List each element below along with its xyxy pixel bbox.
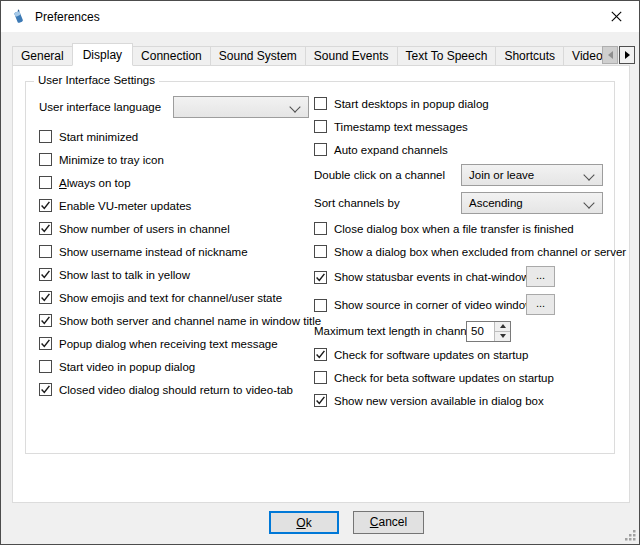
down-arrow-icon: [500, 334, 506, 338]
check-icon: [315, 272, 326, 283]
tab-scroll-right-button[interactable]: [619, 46, 635, 64]
checkbox-show-emojis-and-text-for-channel-user-state[interactable]: [39, 291, 52, 304]
spin-up-button[interactable]: [495, 322, 510, 332]
checkbox-label: Minimize to tray icon: [59, 154, 164, 166]
combo-row-double-click-on-a-channel: Double click on a channelJoin or leave: [314, 161, 614, 189]
checkbox-check-for-beta-software-updates-on-startup[interactable]: [314, 371, 327, 384]
check-icon: [40, 223, 51, 234]
tab-label: Display: [83, 48, 122, 62]
check-icon: [315, 349, 326, 360]
ok-button[interactable]: Ok: [269, 511, 339, 534]
check-icon: [40, 315, 51, 326]
checkbox-show-statusbar-events-in-chat-window[interactable]: [314, 271, 327, 284]
checkbox-check-for-software-updates-on-startup[interactable]: [314, 348, 327, 361]
tab-sound-system[interactable]: Sound System: [210, 46, 306, 66]
checkbox-label: Start desktops in popup dialog: [334, 98, 489, 110]
checkbox-label: Enable VU-meter updates: [59, 200, 191, 212]
cancel-button[interactable]: Cancel: [353, 511, 424, 534]
checkbox-label: Check for software updates on startup: [334, 349, 528, 361]
checkbox-timestamp-text-messages[interactable]: [314, 120, 327, 133]
checkbox-row-start-minimized: Start minimized: [39, 125, 315, 148]
checkbox-show-both-server-and-channel-name-in-window-title[interactable]: [39, 314, 52, 327]
dropdown[interactable]: Ascending: [461, 192, 603, 214]
dropdown[interactable]: Join or leave: [461, 164, 603, 186]
checkbox-label: Show username instead of nickname: [59, 246, 248, 258]
resize-grip[interactable]: [624, 529, 637, 542]
checkbox-always-on-top[interactable]: [39, 176, 52, 189]
check-icon: [40, 269, 51, 280]
checkbox-popup-dialog-when-receiving-text-message[interactable]: [39, 337, 52, 350]
checkbox-show-new-version-available-in-dialog-box[interactable]: [314, 394, 327, 407]
tab-video[interactable]: Video: [563, 46, 602, 66]
combo-label: Sort channels by: [314, 197, 461, 209]
checkbox-label: Close dialog box when a file transfer is…: [334, 223, 574, 235]
checkbox-row-show-statusbar-events-in-chat-window: Show statusbar events in chat-window...: [314, 263, 614, 291]
chevron-down-icon: [289, 101, 300, 112]
checkbox-label: Popup dialog when receiving text message: [59, 338, 278, 350]
right-arrow-icon: [625, 51, 630, 59]
tab-connection[interactable]: Connection: [132, 46, 211, 66]
checkbox-row-check-for-software-updates-on-startup: Check for software updates on startup: [314, 343, 614, 366]
combo-label: Double click on a channel: [314, 169, 461, 181]
checkbox-label: Show a dialog box when excluded from cha…: [334, 246, 626, 258]
checkbox-row-show-a-dialog-box-when-excluded-from-channel-or-server: Show a dialog box when excluded from cha…: [314, 240, 614, 263]
ellipsis-button[interactable]: ...: [526, 266, 555, 287]
tab-display[interactable]: Display: [72, 43, 133, 66]
ellipsis-button[interactable]: ...: [526, 294, 555, 315]
checkbox-show-number-of-users-in-channel[interactable]: [39, 222, 52, 235]
checkbox-row-show-number-of-users-in-channel: Show number of users in channel: [39, 217, 315, 240]
tab-shortcuts[interactable]: Shortcuts: [495, 46, 564, 66]
tab-scroll-left-button[interactable]: [602, 46, 618, 64]
tab-sound-events[interactable]: Sound Events: [305, 46, 398, 66]
checkbox-auto-expand-channels[interactable]: [314, 143, 327, 156]
max-text-length-spinbox[interactable]: 50: [466, 321, 511, 342]
checkbox-minimize-to-tray-icon[interactable]: [39, 153, 52, 166]
tab-label: Text To Speech: [406, 49, 488, 63]
checkbox-row-always-on-top: Always on top: [39, 171, 315, 194]
checkbox-show-username-instead-of-nickname[interactable]: [39, 245, 52, 258]
checkbox-label: Always on top: [59, 177, 131, 189]
checkbox-label: Check for beta software updates on start…: [334, 372, 554, 384]
spin-down-button[interactable]: [495, 332, 510, 341]
checkbox-start-desktops-in-popup-dialog[interactable]: [314, 97, 327, 110]
checkbox-start-video-in-popup-dialog[interactable]: [39, 360, 52, 373]
ok-button-label: Ok: [296, 516, 311, 530]
close-button[interactable]: [594, 1, 639, 31]
user-interface-settings-group: User Interface Settings User interface l…: [25, 81, 615, 454]
checkbox-show-source-in-corner-of-video-window[interactable]: [314, 299, 327, 312]
dropdown-value: Join or leave: [469, 169, 534, 181]
title-bar: Preferences: [1, 1, 639, 32]
checkbox-row-closed-video-dialog-should-return-to-video-tab: Closed video dialog should return to vid…: [39, 378, 315, 401]
checkbox-show-a-dialog-box-when-excluded-from-channel-or-server[interactable]: [314, 245, 327, 258]
checkbox-enable-vu-meter-updates[interactable]: [39, 199, 52, 212]
checkbox-row-show-source-in-corner-of-video-window: Show source in corner of video window...: [314, 291, 614, 319]
tab-general[interactable]: General: [12, 46, 73, 66]
spin-label: Maximum text length in channel list: [314, 325, 466, 337]
tab-label: General: [21, 49, 64, 63]
checkbox-closed-video-dialog-should-return-to-video-tab[interactable]: [39, 383, 52, 396]
tab-label: Video: [572, 49, 602, 63]
checkbox-label: Show number of users in channel: [59, 223, 230, 235]
group-title: User Interface Settings: [34, 74, 159, 86]
up-arrow-icon: [500, 324, 506, 328]
checkbox-close-dialog-box-when-a-file-transfer-is-finished[interactable]: [314, 222, 327, 235]
display-tab-page: User Interface Settings User interface l…: [12, 65, 630, 503]
checkbox-show-last-to-talk-in-yellow[interactable]: [39, 268, 52, 281]
checkbox-row-show-username-instead-of-nickname: Show username instead of nickname: [39, 240, 315, 263]
combo-row-sort-channels-by: Sort channels byAscending: [314, 189, 614, 217]
tab-text-to-speech[interactable]: Text To Speech: [397, 46, 497, 66]
check-icon: [40, 200, 51, 211]
checkbox-label: Show source in corner of video window: [334, 299, 533, 311]
left-column: User interface language Start minimizedM…: [39, 96, 315, 401]
left-arrow-icon: [608, 51, 613, 59]
language-dropdown[interactable]: [173, 96, 309, 118]
checkbox-label: Timestamp text messages: [334, 121, 468, 133]
checkbox-start-minimized[interactable]: [39, 130, 52, 143]
checkbox-row-auto-expand-channels: Auto expand channels: [314, 138, 614, 161]
tab-bar: GeneralDisplayConnectionSound SystemSoun…: [12, 43, 602, 66]
checkbox-row-start-video-in-popup-dialog: Start video in popup dialog: [39, 355, 315, 378]
spin-row-maximum-text-length-in-channel-list: Maximum text length in channel list50: [314, 319, 614, 343]
check-icon: [315, 395, 326, 406]
chevron-down-icon: [583, 197, 594, 208]
checkbox-label: Start minimized: [59, 131, 138, 143]
